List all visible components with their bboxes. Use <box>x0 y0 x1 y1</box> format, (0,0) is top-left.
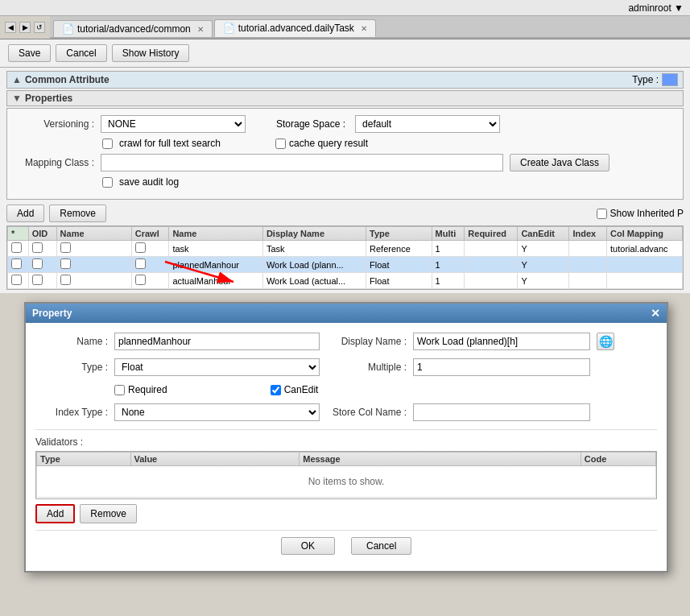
row-index-1 <box>569 257 607 273</box>
crawl-label: crawl for full text search <box>119 138 221 149</box>
dialog-ok-button[interactable]: OK <box>281 537 335 555</box>
row-oid-1[interactable] <box>32 258 43 269</box>
common-attr-toggle[interactable]: ▲ <box>12 74 22 85</box>
dialog-canedit-checkbox[interactable] <box>271 385 281 395</box>
th-index[interactable]: Index <box>569 227 607 241</box>
th-validator-code: Code <box>581 453 655 466</box>
th-name2[interactable]: Name <box>169 227 263 241</box>
tab-daily-close[interactable]: ✕ <box>361 24 367 33</box>
common-attr-label: Common Attribute <box>25 74 109 85</box>
th-display-name[interactable]: Display Name <box>262 227 366 241</box>
dialog-store-col-input[interactable] <box>413 403 590 421</box>
th-validator-message: Message <box>300 453 581 466</box>
save-audit-checkbox[interactable] <box>102 177 113 188</box>
row-crawl-2[interactable] <box>135 275 146 285</box>
th-col-mapping[interactable]: Col Mapping <box>607 227 683 241</box>
row-star-2[interactable] <box>11 275 22 285</box>
dialog-index-select[interactable]: None Standard Fulltext <box>114 403 320 421</box>
row-crawl-0[interactable] <box>135 242 146 253</box>
dialog-display-name-input[interactable] <box>413 333 590 350</box>
th-validator-type: Type <box>37 453 131 466</box>
crawl-checkbox[interactable] <box>102 138 113 149</box>
row-index-0 <box>569 241 607 257</box>
row-crawl-1[interactable] <box>135 258 146 269</box>
dialog-store-col-label: Store Col Name : <box>326 407 407 418</box>
dialog-required-label: Required <box>128 384 167 395</box>
properties-label: Properties <box>25 93 72 104</box>
storage-select[interactable]: default <box>355 115 500 133</box>
row-colmap-2 <box>607 273 683 289</box>
save-audit-label: save audit log <box>119 176 179 188</box>
row-name-0[interactable] <box>60 242 71 253</box>
dialog-close-btn[interactable]: ✕ <box>651 307 660 320</box>
row-star-0[interactable] <box>11 242 22 253</box>
table-row[interactable]: task Task Reference 1 Y tutorial.advanc <box>8 241 683 257</box>
dialog-type-select[interactable]: Float String Integer Boolean Date <box>114 358 320 376</box>
dialog-cancel-button[interactable]: Cancel <box>351 537 411 555</box>
dialog-multiple-input[interactable] <box>413 358 590 376</box>
show-inherited-label: Show Inherited P <box>610 208 684 219</box>
mapping-input[interactable] <box>101 154 503 172</box>
nav-forward-btn[interactable]: ▶ <box>19 22 31 33</box>
cache-checkbox[interactable] <box>275 138 286 149</box>
dialog-multiple-label: Multiple : <box>326 362 407 373</box>
row-index-2 <box>569 273 607 289</box>
add-field-button[interactable]: Add <box>6 205 44 222</box>
validators-label: Validators : <box>35 436 657 448</box>
tab-common[interactable]: 📄 tutorial/advanced/common ✕ <box>53 20 213 37</box>
properties-toggle[interactable]: ▼ <box>12 93 22 104</box>
table-row[interactable]: actualManhour Work Load (actual... Float… <box>8 273 683 289</box>
row-field-2: actualManhour <box>169 273 263 289</box>
dialog-remove-button[interactable]: Remove <box>80 504 137 523</box>
dialog-name-label: Name : <box>35 336 108 347</box>
tab-common-close[interactable]: ✕ <box>197 25 204 34</box>
row-type-1: Float <box>366 257 432 273</box>
row-oid-2[interactable] <box>32 275 43 285</box>
create-java-button[interactable]: Create Java Class <box>510 154 609 172</box>
row-field-1: plannedManhour <box>169 257 263 273</box>
th-crawl[interactable]: Crawl <box>131 227 169 241</box>
row-multi-2: 1 <box>432 273 465 289</box>
mapping-label: Mapping Class : <box>14 157 94 168</box>
th-validator-value: Value <box>130 453 300 466</box>
refresh-btn[interactable]: ↺ <box>34 22 45 33</box>
row-type-0: Reference <box>366 241 432 257</box>
th-type[interactable]: Type <box>366 227 432 241</box>
row-display-2: Work Load (actual... <box>262 273 366 289</box>
globe-button[interactable]: 🌐 <box>597 333 614 350</box>
show-history-button[interactable]: Show History <box>112 44 190 62</box>
th-name[interactable]: Name <box>56 227 131 241</box>
th-required[interactable]: Required <box>465 227 518 241</box>
table-row[interactable]: plannedManhour Work Load (plann... Float… <box>8 257 683 273</box>
dialog-title-bar: Property ✕ <box>26 304 667 323</box>
row-type-2: Float <box>366 273 432 289</box>
user-label: adminroot ▼ <box>628 2 684 14</box>
remove-field-button[interactable]: Remove <box>49 205 106 222</box>
row-oid-0[interactable] <box>32 242 43 253</box>
row-colmap-1 <box>607 257 683 273</box>
dialog-add-button[interactable]: Add <box>35 504 75 523</box>
versioning-select[interactable]: NONE <box>101 115 246 133</box>
row-req-1 <box>465 257 518 273</box>
th-star: * <box>8 227 29 241</box>
cancel-button[interactable]: Cancel <box>56 44 106 62</box>
row-name-2[interactable] <box>60 275 71 285</box>
dialog-required-checkbox[interactable] <box>114 385 125 395</box>
nav-back-btn[interactable]: ◀ <box>5 22 16 33</box>
th-oid[interactable]: OID <box>28 227 56 241</box>
th-canedit[interactable]: CanEdit <box>518 227 569 241</box>
row-name-1[interactable] <box>60 258 71 269</box>
dialog-type-label: Type : <box>35 362 108 373</box>
row-multi-0: 1 <box>432 241 465 257</box>
show-inherited-checkbox[interactable] <box>597 209 607 219</box>
dialog-canedit-label: CanEdit <box>284 384 319 395</box>
row-display-1: Work Load (plann... <box>262 257 366 273</box>
row-multi-1: 1 <box>432 257 465 273</box>
th-multi[interactable]: Multi <box>432 227 465 241</box>
dialog-name-input[interactable] <box>114 333 320 350</box>
save-button[interactable]: Save <box>8 44 51 62</box>
dialog-title: Property <box>32 308 72 319</box>
no-items-row: No items to show. <box>37 466 656 498</box>
row-star-1[interactable] <box>11 258 22 269</box>
tab-daily-task[interactable]: 📄 tutorial.advanced.dailyTask ✕ <box>214 19 376 37</box>
